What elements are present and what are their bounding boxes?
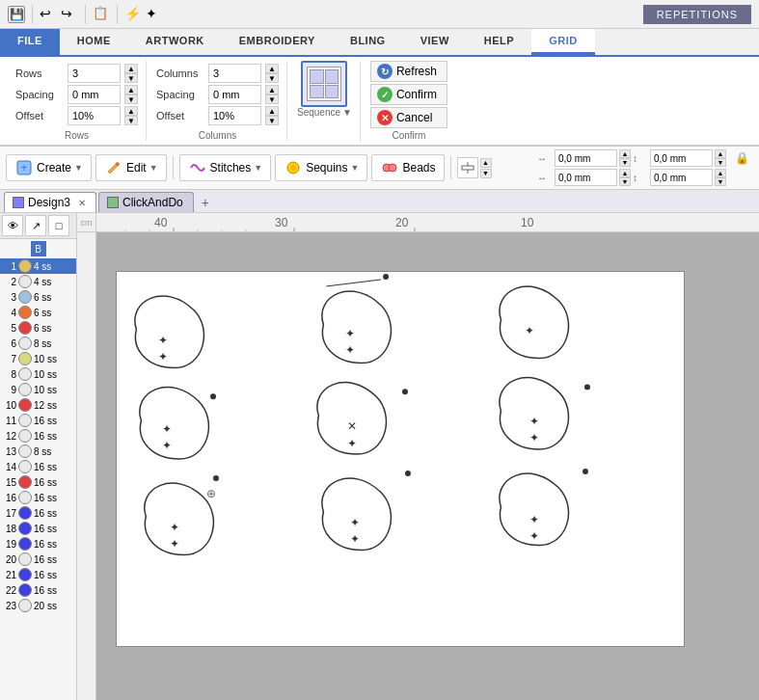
rows-input[interactable] — [68, 64, 121, 83]
color-row[interactable]: 13 8 ss — [0, 444, 76, 459]
color-row[interactable]: 9 10 ss — [0, 382, 76, 397]
edit-button[interactable]: Edit ▼ — [95, 154, 167, 181]
create-dropdown-arrow[interactable]: ▼ — [74, 163, 83, 173]
undo-icon[interactable]: ↩ — [40, 6, 57, 23]
sequins-button[interactable]: Sequins ▼ — [275, 154, 367, 181]
color-row[interactable]: 14 16 ss — [0, 459, 76, 474]
coord-y2-down[interactable]: ▼ — [715, 177, 726, 186]
color-row[interactable]: 22 16 ss — [0, 582, 76, 598]
sequence-label: Sequence — [297, 107, 340, 118]
tab-file[interactable]: FILE — [0, 29, 60, 55]
beads-button[interactable]: Beads — [371, 154, 444, 181]
tab-new-button[interactable]: + — [196, 193, 215, 212]
rows-spacing-up[interactable]: ▲ — [124, 85, 138, 94]
redo-icon[interactable]: ↪ — [61, 6, 78, 23]
rows-arrows: ▲ ▼ — [124, 64, 138, 83]
color-row[interactable]: 20 16 ss — [0, 552, 76, 567]
create-button[interactable]: + Create ▼ — [6, 154, 92, 181]
color-ss: 12 ss — [34, 400, 57, 411]
eye-icon[interactable]: 👁 — [2, 215, 23, 236]
canvas-content[interactable]: ✦ ✦ ✦ ✦ ✦ ✦ ✦ — [96, 232, 759, 700]
cancel-button[interactable]: ✕ Cancel — [370, 107, 447, 128]
tab-home[interactable]: HOME — [60, 29, 128, 55]
color-row[interactable]: 21 16 ss — [0, 567, 76, 582]
confirm-button[interactable]: ✓ Confirm — [370, 84, 447, 105]
color-row[interactable]: 6 8 ss — [0, 336, 76, 351]
columns-down[interactable]: ▼ — [265, 73, 279, 83]
stitches-dropdown-arrow[interactable]: ▼ — [254, 163, 262, 173]
coord-y1-up[interactable]: ▲ — [715, 149, 726, 158]
save-icon[interactable]: 💾 — [8, 6, 25, 23]
tab-design3[interactable]: Design3 ✕ — [4, 192, 96, 212]
lock-icon[interactable]: 🔒 — [730, 151, 753, 165]
coord-x2-up[interactable]: ▲ — [619, 169, 631, 177]
color-row[interactable]: 23 20 ss — [0, 598, 76, 613]
columns-spacing-input[interactable] — [208, 85, 261, 104]
coord-y2-up[interactable]: ▲ — [715, 169, 726, 177]
color-row[interactable]: 2 4 ss — [0, 274, 76, 289]
refresh-button[interactable]: ↻ Refresh — [370, 61, 447, 82]
cursor-icon[interactable]: ↗ — [25, 215, 46, 236]
columns-offset-down[interactable]: ▼ — [265, 116, 279, 125]
magic-icon[interactable]: ✦ — [146, 6, 163, 23]
color-row[interactable]: 1 4 ss — [0, 258, 76, 274]
columns-offset-input[interactable] — [208, 106, 261, 125]
tab-clickanddo[interactable]: ClickAndDo — [98, 192, 194, 212]
sequins-dropdown-arrow[interactable]: ▼ — [351, 163, 360, 173]
coord-x2-down[interactable]: ▼ — [619, 177, 631, 186]
color-row[interactable]: 18 16 ss — [0, 521, 76, 536]
tab-artwork[interactable]: ARTWORK — [128, 29, 222, 55]
transform-down[interactable]: ▼ — [480, 169, 492, 178]
tab-grid[interactable]: GRID — [531, 29, 595, 55]
columns-spacing-up[interactable]: ▲ — [265, 85, 279, 94]
columns-input[interactable] — [208, 64, 261, 83]
star-icon[interactable]: ⚡ — [124, 6, 142, 23]
columns-offset-up[interactable]: ▲ — [265, 106, 279, 116]
rows-offset-up[interactable]: ▲ — [124, 106, 138, 116]
coord-y2-input[interactable] — [650, 169, 713, 186]
color-row[interactable]: 16 16 ss — [0, 490, 76, 505]
coord-x1-up[interactable]: ▲ — [619, 149, 631, 158]
rows-spacing-down[interactable]: ▼ — [124, 94, 138, 104]
tab-bling[interactable]: BLING — [333, 29, 403, 55]
rows-up[interactable]: ▲ — [124, 64, 138, 73]
color-row[interactable]: 11 16 ss — [0, 413, 76, 428]
tab-design3-close[interactable]: ✕ — [78, 198, 86, 208]
tab-help[interactable]: HELP — [467, 29, 531, 55]
stitches-button[interactable]: Stitches ▼ — [179, 154, 272, 181]
columns-up[interactable]: ▲ — [265, 64, 279, 73]
color-row[interactable]: 5 6 ss — [0, 320, 76, 336]
color-row[interactable]: 4 6 ss — [0, 305, 76, 320]
rows-offset-down[interactable]: ▼ — [124, 116, 138, 125]
color-row[interactable]: 7 10 ss — [0, 351, 76, 366]
color-row[interactable]: 3 6 ss — [0, 289, 76, 305]
color-nav-up[interactable]: B — [31, 241, 46, 256]
coord-y1-down[interactable]: ▼ — [715, 158, 726, 167]
sequence-dropdown[interactable]: ▼ — [342, 107, 352, 118]
coord-y1-input[interactable] — [650, 149, 713, 167]
color-row[interactable]: 8 10 ss — [0, 366, 76, 382]
columns-spacing-down[interactable]: ▼ — [265, 94, 279, 104]
color-row[interactable]: 19 16 ss — [0, 536, 76, 552]
color-row[interactable]: 10 12 ss — [0, 397, 76, 413]
color-row[interactable]: 17 16 ss — [0, 505, 76, 521]
rows-offset-input[interactable] — [68, 106, 121, 125]
color-row[interactable]: 15 16 ss — [0, 474, 76, 490]
design-canvas[interactable]: ✦ ✦ ✦ ✦ ✦ ✦ ✦ — [116, 271, 685, 647]
coord-x1-input[interactable] — [555, 149, 617, 167]
box-icon[interactable]: □ — [48, 215, 69, 236]
color-dot — [18, 475, 32, 489]
tab-embroidery[interactable]: EMBROIDERY — [222, 29, 333, 55]
coord-x2-input[interactable] — [555, 169, 617, 186]
color-row[interactable]: 12 16 ss — [0, 428, 76, 444]
rows-spacing-input[interactable] — [68, 85, 121, 104]
transform-up[interactable]: ▲ — [480, 158, 492, 168]
rows-down[interactable]: ▼ — [124, 73, 138, 83]
tab-view[interactable]: VIEW — [403, 29, 467, 55]
coord-x1-down[interactable]: ▼ — [619, 158, 631, 167]
copy-icon[interactable]: 📋 — [93, 6, 110, 23]
sequence-icon[interactable] — [301, 61, 347, 107]
transform-icon[interactable] — [457, 157, 478, 178]
color-num: 15 — [3, 477, 16, 488]
edit-dropdown-arrow[interactable]: ▼ — [149, 163, 158, 173]
